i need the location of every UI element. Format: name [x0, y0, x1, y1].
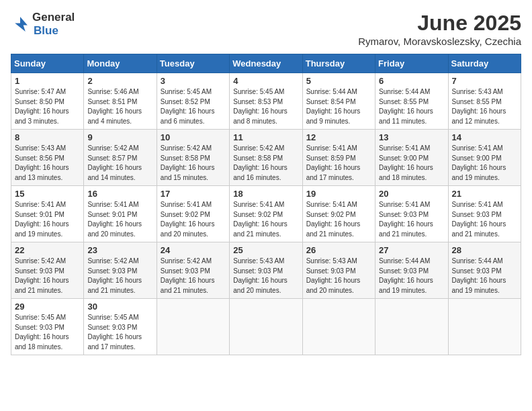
- day-number: 19: [306, 189, 371, 199]
- sunset-label: Sunset: 9:03 PM: [233, 267, 283, 275]
- day-info: Sunrise: 5:41 AM Sunset: 9:03 PM Dayligh…: [379, 200, 444, 239]
- day-info: Sunrise: 5:45 AM Sunset: 9:03 PM Dayligh…: [15, 313, 80, 352]
- sunrise-label: Sunrise: 5:45 AM: [87, 314, 138, 321]
- sunset-label: Sunset: 9:00 PM: [452, 154, 502, 162]
- sunrise-label: Sunrise: 5:42 AM: [87, 257, 138, 265]
- calendar-cell: 1 Sunrise: 5:47 AM Sunset: 8:50 PM Dayli…: [11, 73, 84, 130]
- logo-icon: [11, 15, 30, 34]
- sunset-label: Sunset: 9:03 PM: [452, 211, 502, 218]
- sunrise-label: Sunrise: 5:45 AM: [15, 314, 66, 321]
- sunrise-label: Sunrise: 5:42 AM: [233, 144, 284, 152]
- sunrise-label: Sunrise: 5:41 AM: [87, 201, 138, 208]
- sunrise-label: Sunrise: 5:44 AM: [452, 257, 503, 265]
- day-number: 24: [161, 245, 226, 255]
- day-number: 9: [87, 132, 152, 142]
- calendar-cell: 14 Sunrise: 5:41 AM Sunset: 9:00 PM Dayl…: [448, 130, 521, 186]
- daylight-label: Daylight: 16 hoursand 15 minutes.: [161, 164, 215, 181]
- calendar-cell: 20 Sunrise: 5:41 AM Sunset: 9:03 PM Dayl…: [375, 186, 448, 242]
- week-row-5: 29 Sunrise: 5:45 AM Sunset: 9:03 PM Dayl…: [11, 299, 521, 355]
- daylight-label: Daylight: 16 hoursand 8 minutes.: [233, 107, 287, 125]
- calendar-cell: 28 Sunrise: 5:44 AM Sunset: 9:03 PM Dayl…: [448, 242, 521, 299]
- calendar-cell: 23 Sunrise: 5:42 AM Sunset: 9:03 PM Dayl…: [84, 242, 157, 299]
- weekday-header-friday: Friday: [375, 54, 448, 73]
- week-row-1: 1 Sunrise: 5:47 AM Sunset: 8:50 PM Dayli…: [11, 73, 521, 130]
- day-info: Sunrise: 5:43 AM Sunset: 9:03 PM Dayligh…: [233, 257, 298, 295]
- sunset-label: Sunset: 9:01 PM: [87, 211, 137, 218]
- day-info: Sunrise: 5:41 AM Sunset: 8:59 PM Dayligh…: [306, 144, 371, 183]
- calendar-cell: 8 Sunrise: 5:43 AM Sunset: 8:56 PM Dayli…: [11, 130, 84, 186]
- calendar-cell: 27 Sunrise: 5:44 AM Sunset: 9:03 PM Dayl…: [375, 242, 448, 299]
- calendar-cell: 26 Sunrise: 5:43 AM Sunset: 9:03 PM Dayl…: [302, 242, 375, 299]
- day-info: Sunrise: 5:42 AM Sunset: 8:58 PM Dayligh…: [161, 144, 226, 183]
- sunset-label: Sunset: 8:52 PM: [161, 98, 210, 105]
- day-number: 10: [161, 132, 226, 142]
- sunset-label: Sunset: 8:56 PM: [15, 154, 64, 162]
- logo-general: General: [32, 11, 75, 24]
- sunset-label: Sunset: 9:03 PM: [379, 211, 429, 218]
- calendar-cell: 16 Sunrise: 5:41 AM Sunset: 9:01 PM Dayl…: [84, 186, 157, 242]
- calendar-cell: 25 Sunrise: 5:43 AM Sunset: 9:03 PM Dayl…: [230, 242, 302, 299]
- calendar-cell: 3 Sunrise: 5:45 AM Sunset: 8:52 PM Dayli…: [157, 73, 229, 130]
- day-info: Sunrise: 5:41 AM Sunset: 9:03 PM Dayligh…: [452, 200, 517, 239]
- sunset-label: Sunset: 8:55 PM: [452, 98, 502, 105]
- day-number: 20: [379, 189, 444, 199]
- daylight-label: Daylight: 16 hoursand 18 minutes.: [15, 333, 69, 351]
- day-number: 22: [15, 245, 80, 255]
- day-number: 8: [15, 132, 80, 142]
- calendar-cell: 10 Sunrise: 5:42 AM Sunset: 8:58 PM Dayl…: [157, 130, 229, 186]
- day-number: 12: [306, 132, 371, 142]
- sunrise-label: Sunrise: 5:41 AM: [15, 201, 66, 208]
- day-info: Sunrise: 5:41 AM Sunset: 9:01 PM Dayligh…: [87, 200, 152, 239]
- day-number: 1: [15, 76, 80, 86]
- day-info: Sunrise: 5:41 AM Sunset: 9:02 PM Dayligh…: [306, 200, 371, 239]
- daylight-label: Daylight: 16 hoursand 17 minutes.: [87, 333, 142, 351]
- weekday-header-sunday: Sunday: [11, 54, 84, 73]
- day-info: Sunrise: 5:41 AM Sunset: 9:01 PM Dayligh…: [15, 200, 80, 239]
- day-number: 21: [452, 189, 517, 199]
- sunset-label: Sunset: 9:03 PM: [306, 267, 356, 275]
- logo-text: General Blue: [32, 11, 75, 38]
- sunrise-label: Sunrise: 5:43 AM: [452, 88, 503, 95]
- sunset-label: Sunset: 9:03 PM: [15, 267, 64, 275]
- calendar-cell: 17 Sunrise: 5:41 AM Sunset: 9:02 PM Dayl…: [157, 186, 229, 242]
- sunrise-label: Sunrise: 5:42 AM: [87, 144, 138, 152]
- day-info: Sunrise: 5:42 AM Sunset: 8:58 PM Dayligh…: [233, 144, 298, 183]
- day-info: Sunrise: 5:47 AM Sunset: 8:50 PM Dayligh…: [15, 87, 80, 126]
- sunrise-label: Sunrise: 5:42 AM: [15, 257, 66, 265]
- svg-marker-0: [15, 17, 28, 32]
- daylight-label: Daylight: 16 hoursand 19 minutes.: [379, 277, 433, 294]
- sunset-label: Sunset: 9:03 PM: [87, 267, 137, 275]
- day-number: 30: [87, 302, 152, 312]
- daylight-label: Daylight: 16 hoursand 17 minutes.: [306, 164, 361, 181]
- day-number: 4: [233, 76, 298, 86]
- day-number: 3: [161, 76, 226, 86]
- sunrise-label: Sunrise: 5:41 AM: [379, 201, 430, 208]
- day-number: 15: [15, 189, 80, 199]
- day-info: Sunrise: 5:46 AM Sunset: 8:51 PM Dayligh…: [87, 87, 152, 126]
- day-number: 17: [161, 189, 226, 199]
- day-number: 29: [15, 302, 80, 312]
- day-info: Sunrise: 5:41 AM Sunset: 9:00 PM Dayligh…: [452, 144, 517, 183]
- sunrise-label: Sunrise: 5:41 AM: [306, 144, 357, 152]
- day-number: 11: [233, 132, 298, 142]
- calendar-cell: 6 Sunrise: 5:44 AM Sunset: 8:55 PM Dayli…: [375, 73, 448, 130]
- calendar-cell: 19 Sunrise: 5:41 AM Sunset: 9:02 PM Dayl…: [302, 186, 375, 242]
- daylight-label: Daylight: 16 hoursand 21 minutes.: [379, 220, 433, 238]
- week-row-2: 8 Sunrise: 5:43 AM Sunset: 8:56 PM Dayli…: [11, 130, 521, 186]
- day-number: 13: [379, 132, 444, 142]
- title-area: June 2025 Rymarov, Moravskoslezsky, Czec…: [358, 11, 521, 47]
- calendar-cell: 5 Sunrise: 5:44 AM Sunset: 8:54 PM Dayli…: [302, 73, 375, 130]
- daylight-label: Daylight: 16 hoursand 19 minutes.: [452, 164, 506, 181]
- sunrise-label: Sunrise: 5:42 AM: [161, 144, 212, 152]
- sunrise-label: Sunrise: 5:45 AM: [233, 88, 284, 95]
- sunset-label: Sunset: 9:02 PM: [161, 211, 210, 218]
- sunrise-label: Sunrise: 5:44 AM: [306, 88, 357, 95]
- sunrise-label: Sunrise: 5:41 AM: [452, 144, 503, 152]
- daylight-label: Daylight: 16 hoursand 20 minutes.: [233, 277, 287, 294]
- sunset-label: Sunset: 9:03 PM: [452, 267, 502, 275]
- sunrise-label: Sunrise: 5:43 AM: [233, 257, 284, 265]
- day-number: 18: [233, 189, 298, 199]
- header: General Blue June 2025 Rymarov, Moravsko…: [11, 11, 521, 47]
- day-info: Sunrise: 5:45 AM Sunset: 8:53 PM Dayligh…: [233, 87, 298, 126]
- day-info: Sunrise: 5:41 AM Sunset: 9:00 PM Dayligh…: [379, 144, 444, 183]
